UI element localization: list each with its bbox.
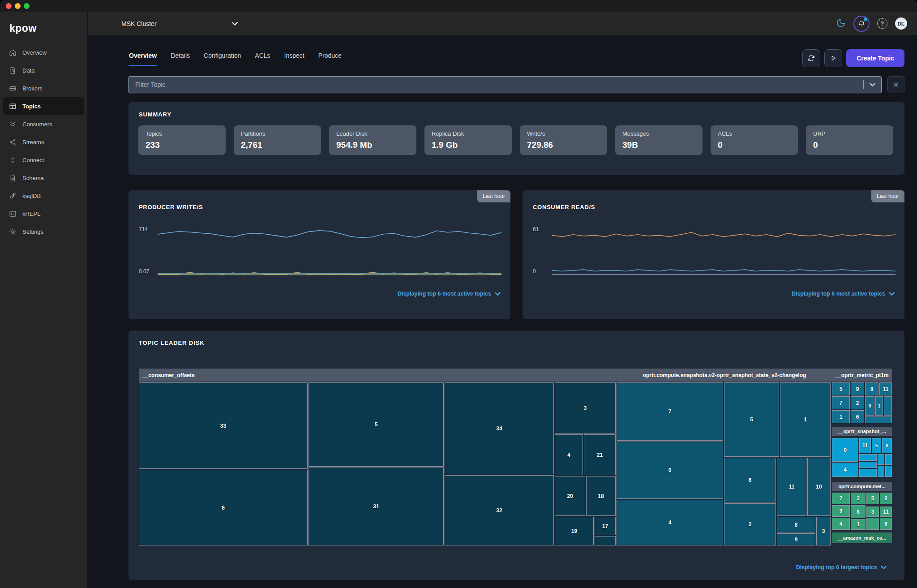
help-button[interactable]: ? [877, 18, 887, 29]
treemap-partition-cell[interactable]: 6 [724, 458, 776, 502]
treemap-partition-cell[interactable] [859, 454, 877, 461]
treemap-partition-cell[interactable]: 7 [617, 382, 723, 441]
sidebar-item-data[interactable]: Data [3, 61, 84, 79]
treemap-partition-cell[interactable]: 2 [851, 493, 866, 504]
treemap-partition-cell[interactable]: 6 [880, 518, 892, 530]
treemap-topic-header[interactable]: __consumer_offsets [139, 369, 617, 382]
treemap-partition-cell[interactable]: 3 [816, 517, 831, 545]
treemap-partition-cell[interactable]: 11 [879, 382, 892, 395]
treemap-partition-cell[interactable]: 1 [875, 396, 883, 416]
treemap-partition-cell[interactable]: 20 [555, 476, 585, 516]
treemap-partition-cell[interactable]: 4 [832, 518, 850, 530]
treemap-partition-cell[interactable] [595, 536, 616, 545]
sidebar-item-settings[interactable]: Settings [3, 223, 84, 240]
treemap-partition-cell[interactable]: 7 [832, 396, 850, 409]
notifications-button[interactable] [853, 16, 870, 32]
window-maximize-button[interactable] [24, 3, 30, 9]
tab-details[interactable]: Details [170, 48, 190, 66]
tab-acls[interactable]: ACLs [254, 48, 270, 66]
tab-inspect[interactable]: Inspect [284, 48, 305, 66]
treemap-partition-cell[interactable]: 5 [872, 438, 881, 453]
treemap-partition-cell[interactable] [859, 469, 877, 477]
treemap-partition-cell[interactable]: 5 [866, 493, 879, 504]
treemap-partition-cell[interactable] [866, 518, 879, 530]
largest-topics-dropdown[interactable]: Displaying top 6 largest topics [796, 564, 887, 571]
treemap-partition-cell[interactable]: 9 [851, 382, 864, 395]
treemap-partition-cell[interactable]: 11 [880, 506, 892, 517]
treemap-topic-header[interactable]: oprtr.compute.snapshots.v2-oprtr_snaphot… [617, 369, 832, 382]
treemap-partition-cell[interactable]: 31 [309, 468, 444, 545]
treemap-partition-cell[interactable]: 4 [617, 500, 723, 545]
sidebar-item-streams[interactable]: Streams [3, 133, 84, 151]
treemap-partition-cell[interactable]: 4 [832, 463, 858, 477]
treemap-partition-cell[interactable]: 3 [866, 506, 879, 517]
treemap-partition-cell[interactable]: 10 [807, 458, 831, 516]
dark-mode-toggle[interactable] [836, 18, 846, 30]
treemap-topic-header[interactable]: __oprtr_metric_pt1m [832, 369, 892, 382]
treemap-partition-cell[interactable]: 1 [851, 519, 866, 530]
sidebar-item-consumers[interactable]: Consumers [3, 115, 84, 133]
treemap-partition-cell[interactable]: 0 [617, 442, 723, 499]
treemap-partition-cell[interactable]: 7 [832, 493, 850, 504]
treemap-partition-cell[interactable]: 11 [777, 458, 806, 516]
treemap-partition-cell[interactable]: 18 [586, 476, 616, 516]
treemap-partition-cell[interactable]: 6 [851, 410, 864, 423]
treemap-partition-cell[interactable] [884, 396, 892, 416]
treemap-partition-cell[interactable]: 4 [555, 434, 583, 475]
treemap-partition-cell[interactable]: 8 [777, 517, 815, 532]
treemap-partition-cell[interactable] [878, 454, 884, 465]
treemap-partition-cell[interactable]: 9 [777, 533, 815, 545]
treemap-partition-cell[interactable]: 5 [832, 382, 850, 395]
treemap-partition-cell[interactable] [885, 454, 892, 465]
sidebar-item-overview[interactable]: Overview [3, 43, 84, 61]
tab-configuration[interactable]: Configuration [203, 48, 241, 66]
create-topic-button[interactable]: Create Topic [846, 49, 904, 67]
treemap-partition-cell[interactable]: 1 [780, 382, 831, 457]
treemap-partition-cell[interactable]: 11 [859, 438, 871, 453]
treemap-partition-cell[interactable]: 34 [445, 382, 554, 474]
treemap-partition-cell[interactable] [878, 466, 884, 477]
avatar[interactable]: DE [895, 17, 907, 30]
treemap-partition-cell[interactable]: 9 [832, 505, 850, 517]
chevron-down-icon[interactable] [870, 83, 875, 86]
filter-topic-input[interactable] [129, 81, 863, 88]
treemap-partition-cell[interactable]: 21 [584, 434, 616, 475]
treemap-partition-cell[interactable]: 2 [851, 396, 864, 409]
clear-filter-button[interactable]: ✕ [887, 76, 904, 93]
treemap-partition-cell[interactable]: 5 [309, 382, 444, 467]
sidebar-item-krepl[interactable]: kREPL [3, 205, 84, 223]
treemap-topic-header[interactable]: __oprtr_snapshot_... [832, 427, 892, 436]
treemap-partition-cell[interactable] [865, 416, 892, 423]
treemap-partition-cell[interactable]: 32 [445, 475, 554, 545]
treemap-partition-cell[interactable]: 5 [724, 382, 779, 457]
sidebar-item-topics[interactable]: Topics [3, 97, 84, 115]
treemap-partition-cell[interactable]: 6 [139, 470, 308, 545]
sidebar-item-schema[interactable]: Schema [3, 169, 84, 187]
treemap-partition-cell[interactable]: 1 [832, 410, 850, 423]
treemap-partition-cell[interactable]: 3 [555, 382, 616, 433]
treemap-partition-cell[interactable]: 8 [851, 505, 866, 518]
play-button[interactable] [824, 49, 842, 67]
treemap-partition-cell[interactable]: 2 [724, 503, 776, 545]
producer-topics-dropdown[interactable]: Displaying top 6 most active topics [398, 291, 501, 297]
window-close-button[interactable] [6, 3, 12, 9]
treemap-partition-cell[interactable] [885, 466, 892, 477]
sidebar-item-connect[interactable]: Connect [3, 151, 84, 169]
treemap-partition-cell[interactable]: 0 [832, 438, 858, 462]
treemap-partition-cell[interactable]: 8 [882, 438, 892, 453]
treemap-partition-cell[interactable]: 33 [139, 382, 308, 469]
treemap-partition-cell[interactable]: 19 [555, 517, 594, 545]
treemap-partition-cell[interactable]: 17 [595, 517, 616, 535]
window-minimize-button[interactable] [15, 3, 21, 9]
treemap-topic-header[interactable]: oprtr.compute.met... [832, 482, 892, 491]
tab-produce[interactable]: Produce [318, 48, 342, 66]
sidebar-item-ksqldb[interactable]: ksqlDB [3, 187, 84, 205]
topic-filter-combobox[interactable] [129, 76, 882, 93]
tab-overview[interactable]: Overview [129, 48, 157, 66]
treemap-partition-cell[interactable]: 0 [880, 493, 892, 504]
treemap-partition-cell[interactable]: 8 [865, 382, 878, 395]
cluster-selector[interactable]: MSK Cluster [121, 12, 238, 35]
treemap-topic-header[interactable]: __amazon_msk_ca... [832, 532, 892, 543]
sidebar-item-brokers[interactable]: Brokers [3, 79, 84, 97]
consumer-topics-dropdown[interactable]: Displaying top 6 most active topics [792, 291, 895, 297]
